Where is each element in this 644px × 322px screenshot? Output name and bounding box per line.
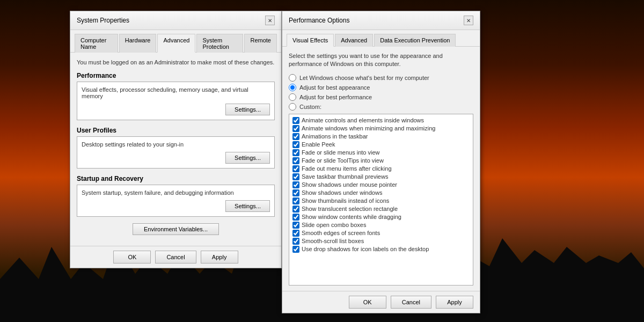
checkbox-15[interactable] [292, 238, 299, 245]
checkbox-2[interactable] [292, 133, 299, 140]
checkbox-label: Save taskbar thumbnail previews [302, 173, 388, 180]
radio-best-performance[interactable]: Adjust for best performance [289, 93, 473, 101]
env-variables-row: Environment Variables... [77, 223, 275, 235]
checkbox-item[interactable]: Use drop shadows for icon labels on the … [291, 245, 471, 253]
tab-system-protection[interactable]: System Protection [196, 34, 243, 53]
system-properties-titlebar[interactable]: System Properties ✕ [70, 11, 281, 30]
radio-best-performance-label: Adjust for best performance [299, 94, 372, 100]
checkbox-item[interactable]: Save taskbar thumbnail previews [291, 173, 471, 181]
checkbox-label: Animate controls and elements inside win… [302, 117, 424, 123]
system-properties-dialog: System Properties ✕ Computer Name Hardwa… [70, 11, 282, 268]
sys-apply-button[interactable]: Apply [201, 251, 238, 264]
checkbox-item[interactable]: Enable Peek [291, 141, 471, 149]
radio-custom[interactable]: Custom: [289, 103, 473, 111]
checkbox-8[interactable] [292, 181, 299, 188]
system-properties-tabs: Computer Name Hardware Advanced System P… [70, 30, 281, 53]
checkbox-item[interactable]: Show window contents while dragging [291, 213, 471, 221]
perf-tab-visual-effects[interactable]: Visual Effects [287, 34, 334, 47]
performance-description: Visual effects, processor scheduling, me… [82, 86, 270, 99]
user-profiles-description: Desktop settings related to your sign-in [82, 141, 270, 148]
checkbox-4[interactable] [292, 149, 299, 156]
performance-settings-button[interactable]: Settings... [225, 104, 270, 115]
checkbox-item[interactable]: Fade or slide menus into view [291, 149, 471, 157]
user-profiles-settings-row: Settings... [82, 152, 270, 164]
performance-section: Visual effects, processor scheduling, me… [77, 82, 275, 120]
checkbox-13[interactable] [292, 222, 299, 229]
checkbox-item[interactable]: Smooth edges of screen fonts [291, 229, 471, 237]
checkbox-6[interactable] [292, 165, 299, 172]
system-properties-footer: OK Cancel Apply [70, 246, 281, 268]
checkbox-item[interactable]: Animations in the taskbar [291, 133, 471, 141]
checkbox-list[interactable]: Animate controls and elements inside win… [289, 114, 473, 286]
checkbox-0[interactable] [292, 117, 299, 124]
checkbox-item[interactable]: Show translucent selection rectangle [291, 205, 471, 213]
perf-tab-data-execution[interactable]: Data Execution Prevention [374, 34, 456, 47]
perf-ok-button[interactable]: OK [349, 296, 386, 309]
perf-cancel-button[interactable]: Cancel [391, 296, 431, 309]
checkbox-label: Show thumbnails instead of icons [302, 197, 389, 204]
startup-recovery-section: System startup, system failure, and debu… [77, 185, 275, 217]
performance-options-title: Performance Options [289, 17, 349, 24]
user-profiles-settings-button[interactable]: Settings... [225, 152, 270, 164]
checkbox-item[interactable]: Show thumbnails instead of icons [291, 197, 471, 205]
checkbox-item[interactable]: Animate windows when minimizing and maxi… [291, 125, 471, 133]
tab-hardware[interactable]: Hardware [119, 34, 157, 53]
startup-recovery-description: System startup, system failure, and debu… [82, 189, 270, 196]
checkbox-label: Enable Peek [302, 141, 335, 148]
startup-recovery-settings-row: Settings... [82, 200, 270, 212]
radio-custom-input[interactable] [289, 103, 296, 111]
performance-options-close-button[interactable]: ✕ [464, 16, 473, 25]
radio-best-performance-input[interactable] [289, 93, 296, 101]
checkbox-3[interactable] [292, 141, 299, 148]
performance-settings-row: Settings... [82, 104, 270, 115]
system-properties-title: System Properties [77, 17, 129, 24]
startup-recovery-label: Startup and Recovery [77, 175, 275, 182]
tab-remote[interactable]: Remote [244, 34, 277, 53]
radio-best-appearance[interactable]: Adjust for best appearance [289, 84, 473, 91]
dialogs-wrapper: System Properties ✕ Computer Name Hardwa… [0, 0, 644, 322]
checkbox-label: Smooth-scroll list boxes [302, 238, 364, 244]
checkbox-label: Show window contents while dragging [302, 214, 401, 220]
tab-computer-name[interactable]: Computer Name [75, 34, 118, 53]
checkbox-item[interactable]: Animate controls and elements inside win… [291, 116, 471, 125]
env-variables-button[interactable]: Environment Variables... [133, 223, 219, 235]
checkbox-11[interactable] [292, 206, 299, 213]
radio-let-windows-input[interactable] [289, 74, 296, 82]
checkbox-9[interactable] [292, 189, 299, 196]
checkbox-7[interactable] [292, 173, 299, 180]
checkbox-item[interactable]: Show shadows under mouse pointer [291, 181, 471, 189]
performance-options-dialog: Performance Options ✕ Visual Effects Adv… [282, 11, 480, 313]
performance-options-body: Select the settings you want to use for … [282, 47, 480, 291]
checkbox-label: Show shadows under mouse pointer [302, 181, 397, 188]
checkbox-14[interactable] [292, 230, 299, 237]
checkbox-16[interactable] [292, 246, 299, 253]
sys-cancel-button[interactable]: Cancel [155, 251, 196, 264]
checkbox-item[interactable]: Show shadows under windows [291, 189, 471, 197]
perf-apply-button[interactable]: Apply [436, 296, 473, 309]
checkbox-label: Fade or slide ToolTips into view [302, 157, 384, 164]
user-profiles-section: Desktop settings related to your sign-in… [77, 136, 275, 169]
admin-note: You must be logged on as an Administrato… [77, 59, 275, 65]
sys-ok-button[interactable]: OK [113, 251, 151, 264]
checkbox-10[interactable] [292, 197, 299, 204]
checkbox-label: Animate windows when minimizing and maxi… [302, 125, 435, 131]
radio-best-appearance-input[interactable] [289, 84, 296, 91]
radio-custom-label: Custom: [299, 104, 321, 110]
performance-options-tabs: Visual Effects Advanced Data Execution P… [282, 30, 480, 47]
startup-recovery-settings-button[interactable]: Settings... [225, 200, 270, 212]
perf-tab-advanced[interactable]: Advanced [335, 34, 373, 47]
checkbox-1[interactable] [292, 125, 299, 132]
checkbox-item[interactable]: Smooth-scroll list boxes [291, 237, 471, 245]
checkbox-item[interactable]: Fade or slide ToolTips into view [291, 157, 471, 165]
checkbox-12[interactable] [292, 214, 299, 221]
radio-let-windows[interactable]: Let Windows choose what's best for my co… [289, 74, 473, 82]
system-properties-close-button[interactable]: ✕ [265, 16, 275, 25]
checkbox-item[interactable]: Slide open combo boxes [291, 221, 471, 229]
user-profiles-label: User Profiles [77, 127, 275, 134]
checkbox-5[interactable] [292, 157, 299, 164]
performance-options-titlebar[interactable]: Performance Options ✕ [282, 11, 480, 30]
checkbox-item[interactable]: Fade out menu items after clicking [291, 165, 471, 173]
checkbox-label: Smooth edges of screen fonts [302, 230, 380, 236]
radio-best-appearance-label: Adjust for best appearance [299, 84, 370, 91]
tab-advanced[interactable]: Advanced [157, 34, 195, 53]
